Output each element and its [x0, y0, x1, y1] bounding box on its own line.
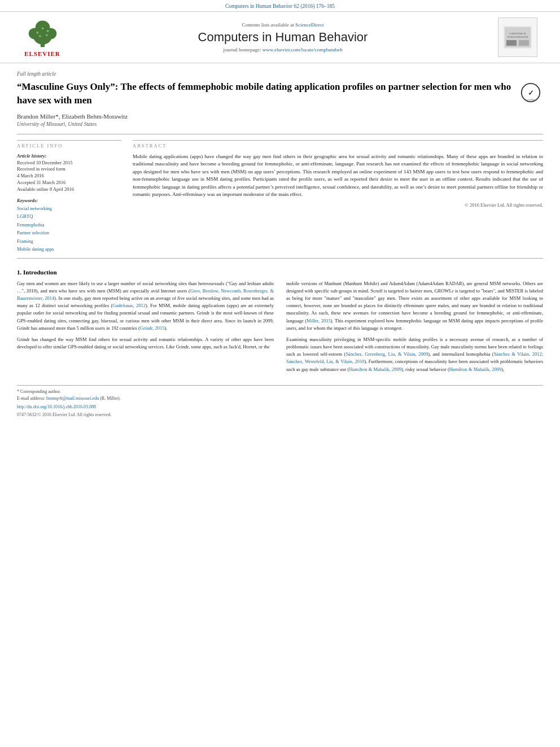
article-info-col: ARTICLE INFO Article history: Received 1… [17, 140, 121, 254]
main-content: Full length article “Masculine Guys Only… [0, 63, 560, 430]
revised-label: Received in revised form [17, 166, 121, 173]
svg-rect-14 [506, 40, 517, 46]
author-names: Brandon Miller*, Elizabeth Behm-Morawitz [17, 113, 128, 120]
footnote-area: * Corresponding author. E-mail address: … [17, 385, 543, 418]
divider-2 [17, 258, 543, 259]
svg-text:COMPUTERS IN: COMPUTERS IN [509, 32, 526, 35]
revised-date: 4 March 2016 [17, 173, 121, 180]
cover-thumbnail-icon: COMPUTERS IN HUMAN BEHAVIOR [504, 26, 532, 49]
keyword-5: Framing [17, 237, 121, 245]
email-label: E-mail address: [17, 396, 45, 401]
elsevier-tree-icon [21, 18, 64, 49]
ref-gudelunas[interactable]: Gudelunas, 2012 [112, 303, 146, 308]
svg-text:HUMAN BEHAVIOR: HUMAN BEHAVIOR [508, 36, 528, 38]
article-history-group: Article history: Received 10 December 20… [17, 153, 121, 193]
keywords-block: Keywords: Social networking LGBTQ Femmep… [17, 198, 121, 254]
journal-center-block: Contents lists available at ScienceDirec… [79, 22, 487, 53]
section-number: 1. [17, 269, 21, 276]
svg-point-8 [39, 35, 41, 37]
history-label: Article history: [17, 153, 121, 159]
doi-line: http://dx.doi.org/10.1016/j.chb.2016.03.… [17, 404, 543, 410]
svg-rect-15 [519, 40, 529, 46]
crossmark-block: ✓ CrossMark [520, 82, 543, 104]
available-date: Available online 8 April 2016 [17, 186, 121, 193]
svg-point-6 [46, 30, 49, 32]
svg-text:CrossMark: CrossMark [525, 98, 537, 101]
authors-line: Brandon Miller*, Elizabeth Behm-Morawitz [17, 113, 543, 120]
keyword-4: Partner selection [17, 229, 121, 237]
ref-grindr[interactable]: Grindr, 2015 [140, 325, 165, 331]
intro-left-col: Gay men and women are more likely to use… [17, 280, 274, 377]
received-date: Received 10 December 2015 [17, 160, 121, 167]
svg-text:✓: ✓ [528, 89, 534, 97]
doi-link[interactable]: http://dx.doi.org/10.1016/j.chb.2016.03.… [17, 404, 96, 409]
rights-line: 0747-5632/© 2016 Elsevier Ltd. All right… [17, 412, 543, 418]
journal-header: ELSEVIER Contents lists available at Sci… [0, 11, 560, 63]
abstract-col: ABSTRACT Mobile dating applications (app… [133, 140, 543, 254]
keyword-6: Mobile dating apps [17, 245, 121, 253]
article-type-label: Full length article [17, 71, 543, 77]
intro-right-col: mobile versions of Manhunt (Manhunt Mobi… [286, 280, 543, 377]
svg-point-9 [46, 34, 48, 36]
homepage-url[interactable]: www.elsevier.com/locate/comphumbeh [262, 47, 343, 53]
intro-para-2: Grindr has changed the way MSM find othe… [17, 336, 274, 351]
copyright-line: © 2016 Elsevier Ltd. All rights reserved… [133, 202, 543, 208]
divider-1 [17, 134, 543, 134]
email-name: (B. Miller). [100, 396, 121, 401]
intro-para-1: Gay men and women are more likely to use… [17, 280, 274, 332]
article-info-header: ARTICLE INFO [17, 140, 121, 148]
intro-para-4: Examining masculinity privileging in MSM… [286, 336, 543, 373]
svg-point-5 [36, 31, 38, 33]
intro-text-columns: Gay men and women are more likely to use… [17, 280, 543, 377]
keyword-2: LGBTQ [17, 212, 121, 220]
info-abstract-block: ARTICLE INFO Article history: Received 1… [17, 140, 543, 254]
ref-miller2015[interactable]: Miller, 2015 [307, 318, 331, 324]
contents-availability: Contents lists available at ScienceDirec… [79, 22, 487, 28]
abstract-header: ABSTRACT [133, 140, 543, 148]
ref-hamilton2009b[interactable]: Hamilton & Mahalik, 2009 [449, 366, 502, 372]
affiliation-line: University of Missouri, United States [17, 121, 543, 127]
journal-homepage-line: journal homepage: www.elsevier.com/locat… [79, 47, 487, 53]
author-email-link[interactable]: bmmqvb@mail.missouri.edu [46, 396, 99, 401]
journal-title: Computers in Human Behavior [79, 30, 487, 45]
elsevier-logo-left: ELSEVIER [17, 18, 68, 57]
intro-para-3: mobile versions of Manhunt (Manhunt Mobi… [286, 280, 543, 332]
ref-grov[interactable]: Grov, Breslow, Newcomb, Rosenberger, & B… [17, 288, 274, 301]
journal-logo-right: COMPUTERS IN HUMAN BEHAVIOR [498, 18, 543, 57]
journal-reference: Computers in Human Behavior 62 (2016) 17… [0, 0, 560, 11]
keyword-3: Femmephobia [17, 221, 121, 229]
sciencedirect-link[interactable]: ScienceDirect [295, 22, 323, 28]
crossmark-icon: ✓ CrossMark [520, 82, 541, 103]
keywords-label: Keywords: [17, 198, 121, 203]
article-title-block: “Masculine Guys Only”: The effects of fe… [17, 80, 543, 107]
ref-sanchez2009[interactable]: Sánchez, Greenberg, Liu, & Vilain, 2009 [345, 351, 428, 357]
accepted-date: Accepted 31 March 2016 [17, 180, 121, 186]
section-title-text: Introduction [23, 269, 57, 276]
journal-cover-image: COMPUTERS IN HUMAN BEHAVIOR [498, 18, 537, 57]
corresponding-label: * Corresponding author. [17, 389, 61, 394]
elsevier-brand-text: ELSEVIER [24, 50, 60, 57]
abstract-text: Mobile dating applications (apps) have c… [133, 153, 543, 199]
email-note: E-mail address: bmmqvb@mail.missouri.edu… [17, 395, 543, 402]
intro-title: 1. Introduction [17, 269, 543, 276]
keyword-1: Social networking [17, 204, 121, 212]
introduction-section: 1. Introduction Gay men and women are mo… [17, 269, 543, 377]
article-title: “Masculine Guys Only”: The effects of fe… [17, 80, 515, 107]
ref-hamilton2009a[interactable]: Hamilton & Mahalik, 2009 [349, 366, 401, 372]
journal-ref-text: Computers in Human Behavior 62 (2016) 17… [225, 3, 335, 9]
corresponding-author-note: * Corresponding author. [17, 388, 543, 395]
svg-point-7 [41, 27, 43, 29]
